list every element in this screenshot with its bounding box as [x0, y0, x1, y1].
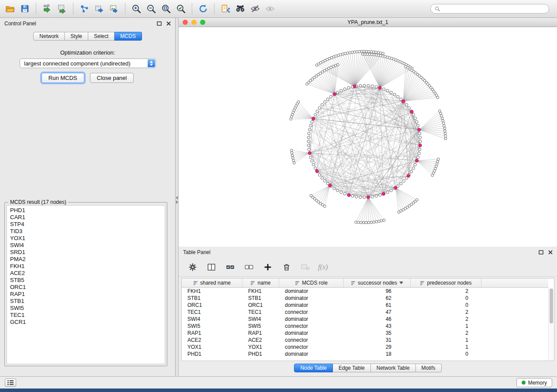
cell-name[interactable]: RAP1: [242, 330, 279, 337]
cell-shared-name[interactable]: ACE2: [182, 337, 242, 344]
column-header-successor-nodes[interactable]: successor nodes: [344, 279, 411, 287]
memory-button[interactable]: Memory: [516, 378, 552, 387]
cell-mcds-role[interactable]: dominator: [279, 295, 344, 302]
search-input[interactable]: [443, 5, 545, 12]
cell-name[interactable]: SWI5: [242, 323, 279, 330]
sort-caret-icon[interactable]: [399, 282, 403, 284]
zoom-in-button[interactable]: [129, 2, 144, 16]
panel-menu-button[interactable]: [5, 378, 16, 387]
cell-predecessor-nodes[interactable]: 1: [411, 323, 481, 330]
close-panel-icon[interactable]: [166, 21, 171, 26]
cell-successor-nodes[interactable]: 61: [344, 302, 411, 309]
cell-name[interactable]: STB1: [242, 295, 279, 302]
collapse-left-icon[interactable]: [176, 196, 178, 199]
tab-motifs[interactable]: Motifs: [416, 364, 442, 372]
cell-predecessor-nodes[interactable]: 2: [411, 330, 481, 337]
network-titlebar[interactable]: YPA_prune.txt_1: [179, 18, 557, 27]
mcds-result-node[interactable]: SRD1: [10, 249, 165, 256]
cell-mcds-role[interactable]: dominator: [279, 330, 344, 337]
cell-name[interactable]: SWI4: [242, 316, 279, 323]
mcds-result-node[interactable]: PMA2: [10, 256, 165, 263]
table-row[interactable]: STB1STB1dominator620: [182, 295, 548, 302]
cell-predecessor-nodes[interactable]: 1: [411, 337, 481, 344]
sort-icon[interactable]: [193, 281, 198, 285]
zoom-fit-button[interactable]: [159, 2, 173, 16]
cell-mcds-role[interactable]: connector: [279, 344, 344, 351]
function-builder-label[interactable]: f(x): [318, 263, 328, 271]
add-column-button[interactable]: [262, 260, 274, 274]
cell-name[interactable]: YOX1: [242, 344, 279, 351]
run-mcds-button[interactable]: Run MCDS: [42, 73, 84, 83]
cell-successor-nodes[interactable]: 47: [344, 309, 411, 316]
tab-mcds[interactable]: MCDS: [114, 32, 142, 41]
table-row[interactable]: TEC1TEC1connector472: [182, 309, 548, 316]
cell-predecessor-nodes[interactable]: 2: [411, 309, 481, 316]
cell-mcds-role[interactable]: dominator: [279, 351, 344, 358]
table-scrollbar[interactable]: [548, 288, 554, 361]
cell-predecessor-nodes[interactable]: 0: [411, 351, 481, 358]
mcds-result-node[interactable]: TEC1: [10, 312, 165, 319]
mcds-result-node[interactable]: CAR1: [10, 214, 165, 221]
cell-name[interactable]: FKH1: [242, 288, 279, 295]
save-session-button[interactable]: [17, 2, 32, 16]
mcds-result-node[interactable]: RAP1: [10, 291, 165, 298]
tab-node-table[interactable]: Node Table: [294, 364, 333, 372]
window-zoom-traffic-light[interactable]: [200, 20, 205, 25]
cell-mcds-role[interactable]: connector: [279, 323, 344, 330]
open-session-button[interactable]: [3, 2, 17, 16]
mcds-result-node[interactable]: ORC1: [10, 284, 165, 291]
cell-name[interactable]: TEC1: [242, 309, 279, 316]
mcds-result-node[interactable]: ACE2: [10, 270, 165, 277]
mcds-result-node[interactable]: GCR1: [10, 319, 165, 326]
table-row[interactable]: ACE2ACE2connector311: [182, 337, 548, 344]
cell-shared-name[interactable]: SWI4: [182, 316, 242, 323]
export-network-button[interactable]: [77, 2, 92, 16]
cell-successor-nodes[interactable]: 29: [344, 344, 411, 351]
cell-successor-nodes[interactable]: 35: [344, 330, 411, 337]
cell-successor-nodes[interactable]: 46: [344, 316, 411, 323]
tab-style[interactable]: Style: [65, 32, 88, 41]
sort-icon[interactable]: [351, 281, 356, 285]
cell-successor-nodes[interactable]: 31: [344, 337, 411, 344]
cell-mcds-role[interactable]: dominator: [279, 316, 344, 323]
mcds-result-node[interactable]: SWI4: [10, 242, 165, 249]
table-row[interactable]: FKH1FKH1dominator962: [182, 288, 548, 295]
float-panel-icon[interactable]: [539, 250, 543, 254]
sort-icon[interactable]: [295, 281, 300, 285]
cell-mcds-role[interactable]: connector: [279, 337, 344, 344]
cell-mcds-role[interactable]: connector: [279, 309, 344, 316]
cell-predecessor-nodes[interactable]: 1: [411, 344, 481, 351]
scrollbar-thumb[interactable]: [550, 289, 553, 323]
table-row[interactable]: SWI5SWI5connector431: [182, 323, 548, 330]
first-neighbors-button[interactable]: [233, 2, 248, 16]
network-graph[interactable]: [179, 27, 557, 247]
window-close-traffic-light[interactable]: [183, 20, 188, 25]
float-panel-icon[interactable]: [157, 21, 162, 26]
cell-predecessor-nodes[interactable]: 2: [411, 288, 481, 295]
mcds-result-node[interactable]: YOX1: [10, 235, 165, 242]
table-row[interactable]: YOX1YOX1connector291: [182, 344, 548, 351]
tab-edge-table[interactable]: Edge Table: [333, 364, 371, 372]
tab-network-table[interactable]: Network Table: [371, 364, 416, 372]
window-minimize-traffic-light[interactable]: [191, 20, 197, 25]
cell-predecessor-nodes[interactable]: 0: [411, 302, 481, 309]
share-style-button[interactable]: [218, 2, 233, 16]
delete-column-button[interactable]: [280, 260, 293, 274]
export-image-button[interactable]: [107, 2, 121, 16]
cell-shared-name[interactable]: SWI5: [182, 323, 242, 330]
sort-icon[interactable]: [420, 281, 425, 285]
table-row[interactable]: ORC1ORC1dominator610: [182, 302, 548, 309]
zoom-out-button[interactable]: [144, 2, 159, 16]
tab-network[interactable]: Network: [33, 32, 65, 41]
cell-name[interactable]: PHD1: [242, 351, 279, 358]
table-settings-button[interactable]: [187, 260, 199, 274]
close-panel-icon[interactable]: [548, 250, 553, 254]
cell-successor-nodes[interactable]: 18: [344, 351, 411, 358]
mcds-result-node[interactable]: SWI5: [10, 305, 165, 312]
close-panel-button[interactable]: Close panel: [90, 73, 134, 83]
hide-selected-button[interactable]: [248, 2, 263, 16]
cell-name[interactable]: ACE2: [242, 337, 279, 344]
mcds-result-node[interactable]: STB5: [10, 277, 165, 284]
mcds-result-node[interactable]: PHD1: [10, 207, 165, 214]
cell-name[interactable]: ORC1: [242, 302, 279, 309]
